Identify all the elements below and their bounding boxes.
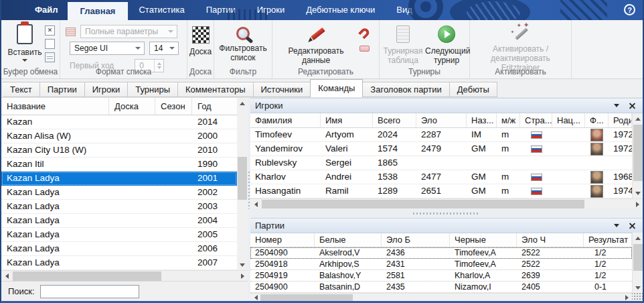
resize-grip[interactable] — [632, 293, 643, 302]
col-header-year[interactable]: Год — [192, 98, 237, 115]
chevron-down-icon — [135, 47, 141, 50]
cut-icon[interactable]: ✕ — [45, 25, 55, 36]
view-tab[interactable]: Заголовок партии — [363, 82, 449, 97]
game-number-cell: 2504919 — [250, 270, 315, 281]
scroll-down-icon[interactable] — [635, 286, 641, 290]
team-row[interactable]: Kazan 2014 — [1, 115, 237, 129]
col-header-season[interactable]: Сезон — [155, 98, 192, 115]
team-row[interactable]: Kazan Itil 1990 — [1, 158, 237, 172]
copy-icon[interactable] — [45, 39, 55, 49]
scroll-up-icon[interactable] — [240, 102, 245, 105]
font-combo[interactable]: Segoe UI — [70, 42, 145, 55]
view-tab[interactable]: Партии — [40, 82, 85, 97]
team-row[interactable]: Kazan Alisa (W) 2000 — [1, 129, 237, 143]
scrollbar-thumb[interactable] — [13, 271, 161, 281]
team-row[interactable]: Kazan Ladya 2004 — [1, 214, 237, 228]
menu-item[interactable]: Партии — [195, 0, 246, 20]
view-tab[interactable]: Турниры — [128, 82, 178, 97]
games-horizontal-scrollbar[interactable] — [250, 293, 632, 302]
players-horizontal-scrollbar[interactable] — [250, 198, 643, 209]
col-header-board[interactable]: Доска — [109, 98, 155, 115]
team-row[interactable]: Kazan Ladya 2002 — [1, 186, 237, 200]
search-label: Поиск: — [8, 286, 35, 296]
mini-board-icon[interactable] — [359, 46, 370, 52]
help-icon[interactable]: ? — [624, 4, 635, 15]
games-panel: Партии Номер Белые Эло Б Черные Эло Ч Ре… — [250, 218, 643, 301]
team-row[interactable]: Kazan City U18 (W) 2010 — [1, 143, 237, 158]
players-rows: Timofeev Artyom 2024 2287 IM m 1972 Yand… — [250, 128, 632, 198]
scroll-left-icon[interactable] — [5, 274, 9, 279]
view-tab[interactable]: Команды — [310, 79, 363, 97]
view-tab[interactable]: Игроки — [85, 82, 129, 97]
scrollbar-thumb[interactable] — [260, 294, 353, 302]
view-tab[interactable]: Комментаторы — [178, 82, 253, 97]
view-tab[interactable]: Текст — [3, 82, 40, 97]
scroll-right-icon[interactable] — [241, 274, 244, 279]
team-row[interactable]: Kazan Ladya 2006 — [1, 242, 237, 256]
panel-collapse-icon[interactable] — [612, 221, 621, 231]
player-row[interactable]: Hasangatin Ramil 1289 2651 GM m 1974 — [250, 184, 632, 198]
paste-list-icon[interactable] — [45, 52, 55, 62]
menu-item[interactable]: Главная — [68, 2, 129, 20]
teams-horizontal-scrollbar[interactable] — [1, 270, 248, 281]
team-row[interactable]: Kazan Ladya 2007 — [1, 256, 237, 270]
scrollbar-thumb[interactable] — [238, 157, 247, 200]
scroll-down-icon[interactable] — [240, 263, 245, 267]
scroll-right-icon[interactable] — [625, 295, 629, 300]
paste-button[interactable]: Вставить — [5, 24, 44, 62]
game-result-cell: 1/2 — [584, 270, 632, 281]
game-row[interactable]: 2504900 Batsanin,D 2435 Nizamov,I 2405 0… — [250, 282, 632, 293]
games-vertical-scrollbar[interactable] — [632, 233, 643, 293]
team-year-cell: 1990 — [192, 158, 237, 171]
players-vertical-scrollbar[interactable] — [632, 113, 643, 198]
panel-collapse-icon[interactable] — [612, 101, 621, 111]
team-row[interactable]: Kazan Ladya 2001 — [1, 172, 237, 186]
menu-item[interactable]: Файл — [25, 0, 68, 20]
ribbon-group-edit: Редактировать данные Редактировать — [272, 20, 380, 78]
magnet-icon[interactable] — [358, 26, 371, 39]
view-tab[interactable]: Дебюты — [450, 82, 497, 97]
scrollbar-thumb[interactable] — [633, 125, 643, 181]
scroll-left-icon[interactable] — [254, 202, 258, 207]
scroll-up-icon[interactable] — [635, 117, 641, 121]
russia-flag-icon — [531, 188, 542, 195]
scroll-left-icon[interactable] — [254, 295, 258, 300]
scroll-down-icon[interactable] — [635, 192, 641, 195]
game-row[interactable]: 2504919 Balashov,Y 2581 Kharlov,A 2639 1… — [250, 270, 632, 282]
team-year-cell: 2004 — [192, 214, 237, 227]
team-year-cell: 2006 — [192, 242, 237, 255]
scrollbar-thumb[interactable] — [633, 244, 643, 271]
player-row[interactable]: Rublevsky Sergei 1865 — [250, 156, 632, 170]
search-input[interactable] — [40, 285, 139, 298]
team-row[interactable]: Kazan Ladya 2005 — [1, 228, 237, 242]
table-icon — [396, 25, 410, 43]
filter-list-button[interactable]: Фильтровать список — [214, 25, 272, 62]
scroll-up-icon[interactable] — [635, 237, 641, 240]
col-header-name[interactable]: Название — [1, 98, 109, 115]
horizontal-splitter[interactable] — [250, 208, 643, 218]
scrollbar-thumb[interactable] — [262, 200, 584, 209]
team-row[interactable]: Kazan Ladya 2003 — [1, 200, 237, 214]
russia-flag-icon — [531, 145, 542, 153]
game-row[interactable]: 2504090 Akselrod,V 2436 Timofeev,A 2522 … — [250, 247, 632, 259]
panel-close-icon[interactable] — [628, 101, 637, 111]
teams-vertical-scrollbar[interactable] — [237, 98, 248, 270]
menu-item[interactable]: Статистика — [128, 0, 195, 20]
font-size-combo[interactable]: 14 — [149, 42, 179, 55]
menu-item[interactable]: Дебютные ключи — [295, 0, 386, 20]
menu-item[interactable]: Игроки — [246, 0, 296, 20]
panel-close-icon[interactable] — [628, 221, 637, 231]
spinner-up-icon — [157, 62, 161, 65]
edit-data-button[interactable]: Редактировать данные — [279, 25, 353, 65]
player-row[interactable]: Timofeev Artyom 2024 2287 IM m 1972 — [250, 128, 632, 142]
player-row[interactable]: Yandemirov Valeri 1574 2479 GM m 1972 — [250, 142, 632, 156]
scroll-right-icon[interactable] — [636, 202, 639, 207]
menu-item[interactable]: Вид — [386, 0, 423, 20]
spinner-down-icon — [157, 66, 161, 69]
view-tab[interactable]: Источники — [254, 82, 311, 97]
board-button[interactable]: Доска — [187, 26, 214, 56]
player-row[interactable]: Kharlov Andrei 1538 2477 GM m 1968 — [250, 170, 632, 184]
decor-stripes-right — [560, 0, 607, 20]
game-row[interactable]: 2504918 Arkhipov,S 2431 Timofeev,A 2522 … — [250, 259, 632, 270]
next-tournament-button[interactable]: Следующий турнир — [425, 25, 468, 65]
